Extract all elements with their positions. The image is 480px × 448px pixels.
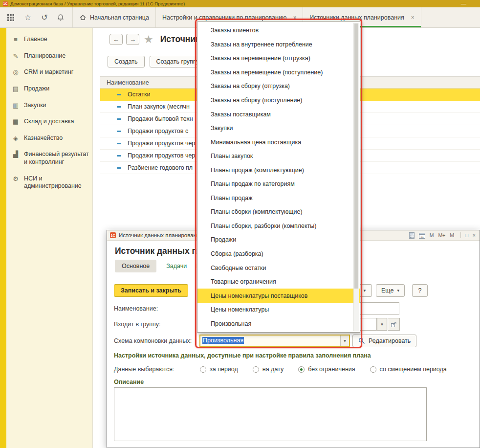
dropdown-item[interactable]: Заказы на сборку (поступление) — [197, 93, 360, 108]
calculator-icon[interactable] — [409, 232, 415, 239]
dropdown-item[interactable]: Цены номенклатуры — [197, 303, 360, 317]
sidebar-item-treasury[interactable]: ◈ Казначейство — [6, 130, 92, 147]
radio-circle-icon — [253, 366, 259, 373]
financial-result-icon: ▟ — [12, 151, 20, 158]
dropdown-item-label: Минимальная цена поставщика — [211, 139, 301, 146]
sidebar-item-label: Закупки — [24, 102, 46, 110]
description-textarea[interactable] — [114, 387, 427, 441]
sidebar-item-planning[interactable]: ✎ Планирование — [6, 48, 92, 65]
dropdown-item[interactable]: Цены номенклатуры поставщиков — [197, 289, 360, 303]
group-field-label: Входит в группу: — [114, 321, 160, 328]
group-dropdown-button[interactable]: ▾ — [377, 318, 387, 331]
tab-home[interactable]: Начальная страница — [72, 7, 156, 27]
favorites-icon[interactable]: ☆ — [23, 13, 32, 22]
back-button[interactable]: ← — [109, 34, 123, 45]
forward-button[interactable]: → — [126, 34, 139, 45]
accent-strip — [0, 28, 6, 448]
dropdown-item-label: Заказы поставщикам — [211, 111, 271, 118]
dropdown-item[interactable]: Заказы на внутреннее потребление — [197, 38, 360, 52]
tab-close-icon[interactable]: х — [293, 14, 296, 21]
dropdown-scrollbar[interactable] — [353, 23, 359, 331]
main-menu-icon[interactable] — [7, 14, 16, 22]
data-source-item-icon — [117, 131, 123, 132]
radio-option[interactable]: за период — [200, 366, 238, 373]
radio-option[interactable]: без ограничения — [298, 366, 355, 373]
dropdown-item[interactable]: Свободные остатки — [197, 261, 360, 275]
sidebar-item-purchases[interactable]: ▥ Закупки — [6, 97, 92, 114]
column-name-header: Наименование — [107, 79, 149, 86]
dropdown-item-label: Продажи — [211, 236, 236, 243]
purchases-icon: ▥ — [12, 102, 20, 109]
memory-plus-button[interactable]: М+ — [438, 232, 445, 238]
schema-dropdown-button[interactable]: ▾ — [340, 336, 349, 346]
home-icon — [79, 14, 87, 21]
create-button[interactable]: Создать — [108, 56, 145, 67]
data-source-item-icon — [117, 106, 123, 108]
dropdown-item[interactable]: Планы закупок — [197, 149, 360, 163]
dropdown-item[interactable]: Закупки — [197, 121, 360, 135]
dropdown-item-label: Заказы на перемещение (отгрузка) — [211, 55, 310, 62]
dropdown-item[interactable]: Заказы клиентов — [197, 23, 360, 38]
dropdown-item-label: Планы продаж по категориям — [211, 180, 295, 187]
dropdown-item[interactable]: Товарные ограничения — [197, 275, 360, 289]
dropdown-item[interactable]: Заказы на сборку (отгрузка) — [197, 79, 360, 93]
restore-window-icon[interactable]: □ — [465, 232, 468, 238]
dropdown-item[interactable]: Планы сборки (комплектующие) — [197, 205, 360, 219]
dropdown-item[interactable]: Планы продаж (комплектующие) — [197, 163, 360, 177]
edit-schema-button[interactable]: Редактировать — [352, 335, 416, 347]
dropdown-item-label: Цены номенклатуры — [211, 306, 269, 313]
sidebar-item-financial-result[interactable]: ▟ Финансовый результат и контроллинг — [6, 146, 92, 170]
dropdown-item[interactable]: Планы продаж — [197, 191, 360, 205]
dialog-tab-tasks[interactable]: Задачи — [166, 263, 187, 269]
dropdown-item[interactable]: Планы продаж по категориям — [197, 177, 360, 191]
sidebar-item-warehouse-delivery[interactable]: ▦ Склад и доставка — [6, 113, 92, 130]
dropdown-item-label: Планы сборки (комплектующие) — [211, 208, 303, 215]
more-button[interactable]: Еще ▾ — [376, 284, 405, 297]
sidebar-item-main[interactable]: ≡ Главное — [6, 31, 92, 48]
dropdown-item[interactable]: Заказы поставщикам — [197, 107, 360, 121]
sidebar-item-sales[interactable]: ▤ Продажи — [6, 81, 92, 97]
notifications-bell-icon[interactable] — [57, 14, 65, 22]
dropdown-item-label: Закупки — [211, 125, 233, 132]
dropdown-item[interactable]: Планы сборки, разборки (комплекты) — [197, 219, 360, 233]
add-favorite-star-icon[interactable]: ★ — [144, 34, 153, 45]
app-1c-icon: 1С — [3, 1, 8, 6]
dropdown-item[interactable]: Минимальная цена поставщика — [197, 135, 360, 149]
tab-close-icon[interactable]: × — [411, 14, 415, 21]
dropdown-item-label: Свободные остатки — [211, 265, 266, 271]
dropdown-item[interactable]: Продажи — [197, 233, 360, 247]
save-and-close-button[interactable]: Записать и закрыть — [114, 284, 188, 297]
edit-button-label: Редактировать — [369, 337, 411, 344]
data-source-item-icon — [117, 118, 123, 120]
memory-minus-button[interactable]: М- — [450, 232, 456, 238]
dropdown-item[interactable]: Произвольная — [197, 316, 360, 331]
sidebar-item-master-data-admin[interactable]: ⚙ НСИ и администрирование — [6, 171, 92, 195]
minimize-icon[interactable]: — — [461, 1, 466, 6]
sidebar-item-label: Главное — [24, 36, 47, 44]
schema-field-label: Схема компоновки данных: — [114, 337, 192, 344]
dropdown-item-label: Заказы на перемещение (поступление) — [211, 69, 323, 76]
description-label: Описание — [114, 379, 144, 385]
more-button-label: Еще — [381, 287, 393, 294]
dropdown-item[interactable]: Заказы на перемещение (поступление) — [197, 66, 360, 80]
radio-option-label: на дату — [262, 366, 284, 373]
scrollbar-thumb[interactable] — [354, 23, 358, 289]
group-open-button[interactable] — [388, 318, 400, 331]
dropdown-item[interactable]: Заказы на перемещение (отгрузка) — [197, 51, 360, 66]
dialog-tab-main[interactable]: Основное — [115, 260, 156, 272]
radio-option[interactable]: со смещением периода — [370, 366, 447, 373]
history-icon[interactable]: ↺ — [40, 13, 49, 22]
calendar-icon[interactable]: 31 — [419, 232, 425, 239]
memory-button[interactable]: М — [430, 232, 434, 238]
row-label: Продажи продуктов чер — [128, 140, 195, 147]
data-selection-row: Данные выбираются: за период на дату без… — [114, 366, 476, 373]
data-source-item-icon — [117, 143, 123, 144]
radio-option[interactable]: на дату — [253, 366, 284, 373]
help-button[interactable]: ? — [412, 284, 428, 297]
sidebar-item-crm-marketing[interactable]: ◎ CRM и маркетинг — [6, 64, 92, 81]
dropdown-item[interactable]: Сборка (разборка) — [197, 247, 360, 261]
dropdown-item-label: Заказы на сборку (отгрузка) — [211, 83, 290, 90]
schema-combobox[interactable]: Произвольная ▾ — [199, 335, 350, 347]
sections-sidebar: ≡ Главное ✎ Планирование ◎ CRM и маркети… — [6, 28, 93, 448]
close-window-icon[interactable]: × — [473, 232, 476, 238]
